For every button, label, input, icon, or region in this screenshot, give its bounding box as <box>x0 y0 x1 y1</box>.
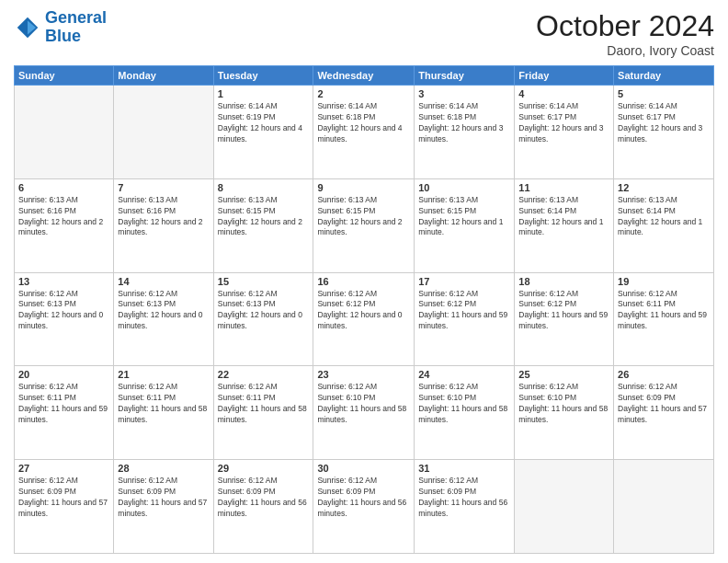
calendar-cell: 17Sunrise: 6:12 AM Sunset: 6:12 PM Dayli… <box>415 272 515 366</box>
day-number: 7 <box>118 182 209 193</box>
day-number: 30 <box>317 463 410 474</box>
day-header-saturday: Saturday <box>614 66 714 86</box>
calendar-week-2: 6Sunrise: 6:13 AM Sunset: 6:16 PM Daylig… <box>15 178 714 272</box>
calendar-cell: 22Sunrise: 6:12 AM Sunset: 6:11 PM Dayli… <box>213 366 313 460</box>
logo-text: General Blue <box>45 9 107 46</box>
calendar-cell: 7Sunrise: 6:13 AM Sunset: 6:16 PM Daylig… <box>114 178 213 272</box>
day-number: 26 <box>618 369 710 380</box>
day-header-sunday: Sunday <box>15 66 114 86</box>
day-number: 1 <box>218 88 310 99</box>
page: General Blue October 2024 Daoro, Ivory C… <box>0 0 728 563</box>
day-info: Sunrise: 6:12 AM Sunset: 6:09 PM Dayligh… <box>118 476 209 520</box>
title-block: October 2024 Daoro, Ivory Coast <box>536 9 714 58</box>
day-info: Sunrise: 6:13 AM Sunset: 6:15 PM Dayligh… <box>317 195 410 239</box>
calendar-cell: 27Sunrise: 6:12 AM Sunset: 6:09 PM Dayli… <box>15 460 114 554</box>
calendar-cell: 3Sunrise: 6:14 AM Sunset: 6:18 PM Daylig… <box>415 86 515 179</box>
day-number: 25 <box>518 369 609 380</box>
calendar-cell: 28Sunrise: 6:12 AM Sunset: 6:09 PM Dayli… <box>114 460 213 554</box>
location-subtitle: Daoro, Ivory Coast <box>536 43 714 58</box>
calendar-cell: 13Sunrise: 6:12 AM Sunset: 6:13 PM Dayli… <box>15 272 114 366</box>
day-info: Sunrise: 6:12 AM Sunset: 6:09 PM Dayligh… <box>218 476 310 520</box>
day-number: 4 <box>518 88 609 99</box>
logo: General Blue <box>14 9 107 46</box>
day-number: 9 <box>317 182 410 193</box>
month-title: October 2024 <box>536 9 714 43</box>
day-number: 17 <box>418 276 510 287</box>
day-number: 27 <box>18 463 109 474</box>
day-number: 3 <box>418 88 510 99</box>
day-info: Sunrise: 6:12 AM Sunset: 6:12 PM Dayligh… <box>317 289 410 333</box>
calendar-cell: 1Sunrise: 6:14 AM Sunset: 6:19 PM Daylig… <box>213 86 313 179</box>
day-info: Sunrise: 6:12 AM Sunset: 6:12 PM Dayligh… <box>418 289 510 333</box>
day-number: 20 <box>18 369 109 380</box>
day-header-wednesday: Wednesday <box>313 66 415 86</box>
logo-icon <box>14 14 41 41</box>
day-info: Sunrise: 6:14 AM Sunset: 6:18 PM Dayligh… <box>317 101 410 145</box>
day-info: Sunrise: 6:13 AM Sunset: 6:15 PM Dayligh… <box>218 195 310 239</box>
calendar-cell: 24Sunrise: 6:12 AM Sunset: 6:10 PM Dayli… <box>415 366 515 460</box>
day-info: Sunrise: 6:12 AM Sunset: 6:13 PM Dayligh… <box>18 289 109 333</box>
day-info: Sunrise: 6:12 AM Sunset: 6:12 PM Dayligh… <box>518 289 609 333</box>
calendar-cell <box>114 86 213 179</box>
day-number: 5 <box>618 88 710 99</box>
calendar-cell: 18Sunrise: 6:12 AM Sunset: 6:12 PM Dayli… <box>515 272 614 366</box>
day-info: Sunrise: 6:12 AM Sunset: 6:09 PM Dayligh… <box>317 476 410 520</box>
header: General Blue October 2024 Daoro, Ivory C… <box>14 9 714 58</box>
calendar-cell: 30Sunrise: 6:12 AM Sunset: 6:09 PM Dayli… <box>313 460 415 554</box>
calendar-cell: 15Sunrise: 6:12 AM Sunset: 6:13 PM Dayli… <box>213 272 313 366</box>
day-info: Sunrise: 6:14 AM Sunset: 6:19 PM Dayligh… <box>218 101 310 145</box>
calendar-cell: 5Sunrise: 6:14 AM Sunset: 6:17 PM Daylig… <box>614 86 714 179</box>
day-info: Sunrise: 6:12 AM Sunset: 6:11 PM Dayligh… <box>618 289 710 333</box>
day-info: Sunrise: 6:13 AM Sunset: 6:14 PM Dayligh… <box>618 195 710 239</box>
calendar-cell <box>515 460 614 554</box>
calendar-cell: 4Sunrise: 6:14 AM Sunset: 6:17 PM Daylig… <box>515 86 614 179</box>
day-header-tuesday: Tuesday <box>213 66 313 86</box>
day-info: Sunrise: 6:14 AM Sunset: 6:17 PM Dayligh… <box>518 101 609 145</box>
calendar-week-1: 1Sunrise: 6:14 AM Sunset: 6:19 PM Daylig… <box>15 86 714 179</box>
day-number: 18 <box>518 276 609 287</box>
day-number: 2 <box>317 88 410 99</box>
day-number: 31 <box>418 463 510 474</box>
day-info: Sunrise: 6:14 AM Sunset: 6:17 PM Dayligh… <box>618 101 710 145</box>
day-info: Sunrise: 6:12 AM Sunset: 6:09 PM Dayligh… <box>618 382 710 426</box>
calendar-cell: 20Sunrise: 6:12 AM Sunset: 6:11 PM Dayli… <box>15 366 114 460</box>
calendar-cell: 11Sunrise: 6:13 AM Sunset: 6:14 PM Dayli… <box>515 178 614 272</box>
day-info: Sunrise: 6:12 AM Sunset: 6:11 PM Dayligh… <box>118 382 209 426</box>
day-number: 24 <box>418 369 510 380</box>
day-number: 23 <box>317 369 410 380</box>
day-header-thursday: Thursday <box>415 66 515 86</box>
day-number: 12 <box>618 182 710 193</box>
day-number: 22 <box>218 369 310 380</box>
day-info: Sunrise: 6:13 AM Sunset: 6:15 PM Dayligh… <box>418 195 510 239</box>
calendar-cell: 23Sunrise: 6:12 AM Sunset: 6:10 PM Dayli… <box>313 366 415 460</box>
day-number: 8 <box>218 182 310 193</box>
day-info: Sunrise: 6:12 AM Sunset: 6:10 PM Dayligh… <box>518 382 609 426</box>
day-info: Sunrise: 6:12 AM Sunset: 6:13 PM Dayligh… <box>218 289 310 333</box>
calendar-week-3: 13Sunrise: 6:12 AM Sunset: 6:13 PM Dayli… <box>15 272 714 366</box>
calendar-header-row: SundayMondayTuesdayWednesdayThursdayFrid… <box>15 66 714 86</box>
day-info: Sunrise: 6:12 AM Sunset: 6:10 PM Dayligh… <box>317 382 410 426</box>
day-info: Sunrise: 6:12 AM Sunset: 6:11 PM Dayligh… <box>218 382 310 426</box>
day-number: 29 <box>218 463 310 474</box>
day-number: 6 <box>18 182 109 193</box>
calendar-cell: 21Sunrise: 6:12 AM Sunset: 6:11 PM Dayli… <box>114 366 213 460</box>
day-number: 14 <box>118 276 209 287</box>
day-info: Sunrise: 6:12 AM Sunset: 6:09 PM Dayligh… <box>18 476 109 520</box>
calendar-cell: 29Sunrise: 6:12 AM Sunset: 6:09 PM Dayli… <box>213 460 313 554</box>
day-number: 16 <box>317 276 410 287</box>
calendar-week-4: 20Sunrise: 6:12 AM Sunset: 6:11 PM Dayli… <box>15 366 714 460</box>
day-number: 13 <box>18 276 109 287</box>
calendar-cell: 14Sunrise: 6:12 AM Sunset: 6:13 PM Dayli… <box>114 272 213 366</box>
day-number: 28 <box>118 463 209 474</box>
calendar-cell: 26Sunrise: 6:12 AM Sunset: 6:09 PM Dayli… <box>614 366 714 460</box>
calendar-table: SundayMondayTuesdayWednesdayThursdayFrid… <box>14 65 714 554</box>
calendar-cell: 12Sunrise: 6:13 AM Sunset: 6:14 PM Dayli… <box>614 178 714 272</box>
day-header-monday: Monday <box>114 66 213 86</box>
day-info: Sunrise: 6:12 AM Sunset: 6:13 PM Dayligh… <box>118 289 209 333</box>
calendar-cell: 2Sunrise: 6:14 AM Sunset: 6:18 PM Daylig… <box>313 86 415 179</box>
day-number: 11 <box>518 182 609 193</box>
calendar-cell: 31Sunrise: 6:12 AM Sunset: 6:09 PM Dayli… <box>415 460 515 554</box>
day-info: Sunrise: 6:14 AM Sunset: 6:18 PM Dayligh… <box>418 101 510 145</box>
day-info: Sunrise: 6:12 AM Sunset: 6:11 PM Dayligh… <box>18 382 109 426</box>
calendar-cell: 16Sunrise: 6:12 AM Sunset: 6:12 PM Dayli… <box>313 272 415 366</box>
